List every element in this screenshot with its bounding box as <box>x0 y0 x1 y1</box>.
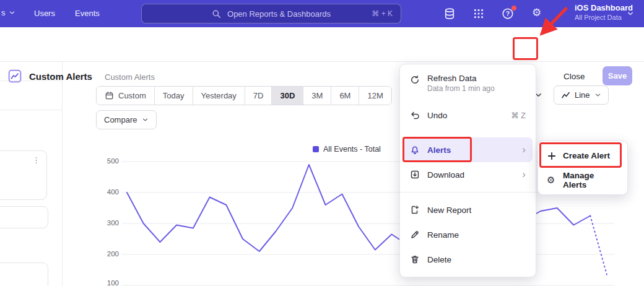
chart-line-dashed <box>590 216 607 275</box>
date-range-label: 30D <box>280 91 295 100</box>
dashboard-card[interactable]: ⋮ <box>0 150 47 200</box>
date-range-label: 7D <box>253 91 264 100</box>
card-overflow-menu-icon[interactable]: ⋮ <box>32 155 40 165</box>
submenu-item-label: Create Alert <box>563 151 610 160</box>
date-range-30d[interactable]: 30D <box>271 87 303 105</box>
search-placeholder: Open Reports & Dashboards <box>227 9 331 19</box>
new-report-icon <box>410 205 420 215</box>
y-axis-tick: 100 <box>99 279 119 286</box>
menu-item-label: Delete <box>427 255 451 264</box>
undo-icon <box>410 110 420 120</box>
alerts-submenu: Create Alert ⚙ Manage Alerts <box>537 141 628 195</box>
menu-item-label: New Report <box>427 206 471 215</box>
date-range-label: Yesterday <box>201 91 237 100</box>
menu-item-alerts[interactable]: Alerts › <box>403 137 533 162</box>
menu-item-rename[interactable]: Rename <box>400 222 536 247</box>
y-axis-tick: 400 <box>99 188 119 196</box>
report-context-menu: Refresh Data Data from 1 min ago Undo ⌘ … <box>399 64 536 277</box>
chevron-down-icon <box>9 9 15 16</box>
date-range-7d[interactable]: 7D <box>245 87 272 105</box>
dashboard-card[interactable] <box>0 262 48 286</box>
gear-icon: ⚙ <box>547 175 557 185</box>
project-scope: All Project Data <box>575 13 633 22</box>
submenu-item-label: Manage Alerts <box>563 171 619 189</box>
submenu-item-create-alert[interactable]: Create Alert <box>538 144 627 168</box>
menu-item-label: Rename <box>427 230 459 240</box>
menu-item-shortcut: ⌘ Z <box>511 111 526 120</box>
menu-item-sublabel: Data from 1 min ago <box>427 84 495 93</box>
sidebar-row-divider <box>0 110 62 110</box>
project-name: iOS Dashboard <box>575 3 633 13</box>
date-range-label: 6M <box>339 91 350 100</box>
nav-left-label: s <box>1 8 6 17</box>
close-button[interactable]: Close <box>564 72 585 81</box>
pencil-icon <box>410 230 420 240</box>
date-range-yesterday[interactable]: Yesterday <box>193 87 245 105</box>
chart-type-dropdown[interactable]: Line <box>554 85 609 105</box>
refresh-icon <box>410 75 420 85</box>
chevron-down-icon <box>627 10 634 17</box>
menu-item-label: Undo <box>427 111 447 120</box>
compare-label: Compare <box>104 115 137 124</box>
search-icon <box>212 9 221 19</box>
chevron-down-icon <box>142 116 149 123</box>
report-header: Custom Alerts Custom Alerts GV Duplicate… <box>0 27 644 62</box>
breadcrumb: Custom Alerts <box>105 72 155 82</box>
y-axis-tick: 500 <box>99 157 119 165</box>
compare-button[interactable]: Compare <box>96 110 157 129</box>
menu-item-delete[interactable]: Delete <box>400 247 536 272</box>
date-range-today[interactable]: Today <box>154 87 193 105</box>
search-shortcut: ⌘ + K <box>372 9 393 18</box>
bell-icon <box>410 145 420 155</box>
project-selector[interactable]: iOS Dashboard All Project Data <box>575 3 633 22</box>
chevron-down-icon <box>594 92 601 98</box>
date-range-segmented-control: Custom Today Yesterday 7D 30D 3M 6M 12M <box>96 86 392 105</box>
notification-dot <box>511 6 516 11</box>
chevron-right-icon: › <box>522 145 526 155</box>
menu-item-download[interactable]: Download › <box>400 162 536 187</box>
date-range-label: 12M <box>367 91 383 100</box>
nav-item-events[interactable]: Events <box>75 9 100 18</box>
y-axis-tick: 300 <box>99 219 119 227</box>
report-chart-logo-icon <box>8 69 22 83</box>
submenu-item-manage-alerts[interactable]: ⚙ Manage Alerts <box>538 168 627 192</box>
svg-text:?: ? <box>506 10 510 17</box>
date-range-12m[interactable]: 12M <box>359 87 391 105</box>
chevron-right-icon: › <box>522 170 526 180</box>
save-button[interactable]: Save <box>603 66 632 85</box>
legend-label: All Events - Total <box>323 145 381 154</box>
date-range-6m[interactable]: 6M <box>331 87 359 105</box>
y-axis-tick: 200 <box>99 250 119 258</box>
menu-item-label: Download <box>427 170 464 180</box>
app-window: 500 400 300 200 100 All Events - Total ⋮… <box>0 0 644 286</box>
global-search[interactable]: Open Reports & Dashboards ⌘ + K <box>141 4 401 24</box>
date-range-label: Custom <box>118 91 146 100</box>
date-range-label: Today <box>163 91 185 100</box>
nav-left-truncated-item[interactable]: s <box>1 8 15 17</box>
help-button[interactable]: ? <box>502 7 515 21</box>
menu-divider <box>400 192 536 193</box>
data-management-icon[interactable] <box>443 7 456 20</box>
menu-item-label: Alerts <box>427 145 451 155</box>
gear-icon[interactable]: ⚙ <box>532 7 541 19</box>
date-range-label: 3M <box>311 91 323 100</box>
trash-icon <box>410 254 420 264</box>
calendar-icon <box>105 91 114 100</box>
menu-item-undo[interactable]: Undo ⌘ Z <box>400 103 536 128</box>
download-icon <box>410 170 420 180</box>
top-navbar: s Users Events Open Reports & Dashboards… <box>0 0 644 27</box>
sidebar-divider <box>62 62 63 286</box>
dashboard-card[interactable] <box>0 206 48 228</box>
menu-item-label: Refresh Data <box>427 74 495 83</box>
menu-item-new-report[interactable]: New Report <box>400 197 536 222</box>
chart-legend: All Events - Total <box>313 145 381 154</box>
nav-item-users[interactable]: Users <box>34 9 55 18</box>
plus-icon <box>547 151 557 161</box>
page-title: Custom Alerts <box>29 71 92 82</box>
date-range-custom[interactable]: Custom <box>97 87 154 105</box>
chart-type-label: Line <box>575 90 590 100</box>
apps-grid-icon[interactable] <box>473 8 484 19</box>
menu-item-refresh-data[interactable]: Refresh Data Data from 1 min ago <box>400 69 536 98</box>
line-chart-icon <box>561 90 570 100</box>
date-range-3m[interactable]: 3M <box>303 87 331 105</box>
